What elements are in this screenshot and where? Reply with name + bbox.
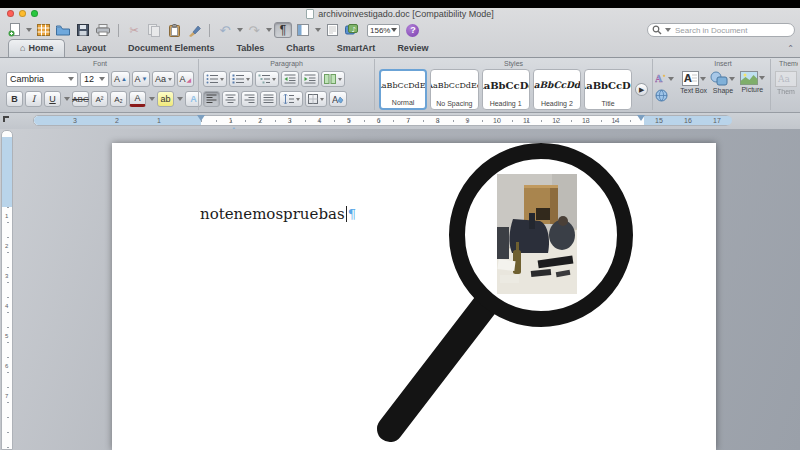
tab-layout[interactable]: Layout [65, 40, 117, 57]
search-box[interactable] [647, 23, 795, 37]
numbered-list-button[interactable] [229, 71, 253, 87]
zoom-dropdown[interactable] [391, 28, 397, 32]
undo-button[interactable]: ↶ [216, 22, 234, 38]
underline-button[interactable]: U [44, 91, 61, 107]
underline-dropdown[interactable] [64, 97, 70, 101]
grow-font-button[interactable]: A▲ [111, 71, 130, 87]
page-icon [327, 24, 338, 36]
tab-stop-selector[interactable] [2, 115, 12, 125]
window-controls [7, 10, 38, 17]
ribbon-collapse-chevron[interactable]: ⌃ [787, 44, 794, 53]
first-line-indent-marker[interactable] [197, 115, 205, 121]
media-browser-button[interactable]: ♪ [343, 22, 361, 38]
page-layout-button[interactable] [323, 22, 341, 38]
styles-more-button[interactable]: ▶ [635, 83, 648, 96]
copy-icon [148, 24, 160, 37]
right-indent-marker[interactable] [637, 115, 645, 121]
tab-smartart[interactable]: SmartArt [326, 40, 387, 57]
style-normal[interactable]: AaBbCcDdEe Normal [379, 69, 427, 110]
strikethrough-button[interactable]: ABC [72, 91, 89, 107]
align-right-button[interactable] [241, 91, 258, 107]
insert-item-label: Picture [741, 86, 763, 93]
ruler-number: 14 [611, 117, 619, 124]
style-heading-2[interactable]: AaBbCcDdE Heading 2 [533, 69, 581, 110]
line-spacing-icon [282, 94, 294, 104]
clear-formatting-button[interactable]: A◢ [177, 71, 194, 87]
multilevel-list-button[interactable] [255, 71, 279, 87]
minimize-window-button[interactable] [19, 10, 26, 17]
search-input[interactable] [673, 25, 790, 36]
tab-label: Document Elements [128, 43, 215, 53]
shading-button[interactable]: A [329, 91, 347, 107]
copy-button[interactable] [145, 22, 163, 38]
bullet-list-button[interactable] [203, 71, 227, 87]
font-color-dropdown[interactable] [149, 97, 155, 101]
new-document-dropdown[interactable] [26, 28, 32, 32]
tab-document-elements[interactable]: Document Elements [117, 40, 226, 57]
styles-more-icon: ▶ [639, 86, 644, 94]
open-button[interactable] [54, 22, 72, 38]
insert-text-box-button[interactable]: A Text Box [680, 71, 707, 94]
print-button[interactable] [94, 22, 112, 38]
redo-dropdown[interactable] [266, 28, 272, 32]
close-window-button[interactable] [7, 10, 14, 17]
styles-globe-icon [655, 89, 668, 102]
highlight-dropdown[interactable] [177, 97, 183, 101]
ruler-number: 6 [377, 117, 381, 124]
format-painter-button[interactable] [185, 22, 203, 38]
sidebar-view-button[interactable] [294, 22, 312, 38]
font-family-select[interactable]: Cambria [6, 72, 78, 87]
align-left-button[interactable] [203, 91, 220, 107]
styles-tools: A [652, 59, 676, 110]
decrease-indent-button[interactable] [281, 71, 299, 87]
help-button[interactable]: ? [406, 24, 419, 37]
bold-button[interactable]: B [6, 91, 23, 107]
magnifier-clipart[interactable] [0, 129, 800, 450]
superscript-button[interactable]: A² [91, 91, 108, 107]
tab-tables[interactable]: Tables [226, 40, 276, 57]
cut-button[interactable]: ✂ [125, 22, 143, 38]
highlight-button[interactable]: ab [157, 91, 174, 107]
font-size-select[interactable]: 12 [80, 72, 109, 87]
show-paragraph-marks-button[interactable]: ¶ [274, 22, 292, 38]
save-button[interactable] [74, 22, 92, 38]
tab-home[interactable]: ⌂Home [8, 39, 65, 57]
subscript-button[interactable]: A₂ [110, 91, 127, 107]
wordart-button[interactable]: A [655, 73, 674, 85]
numbered-list-icon [232, 74, 244, 84]
tab-review[interactable]: Review [386, 40, 439, 57]
font-color-button[interactable]: A [129, 91, 146, 107]
horizontal-ruler[interactable]: 3211234567891011121314151617 [33, 115, 731, 126]
zoom-control[interactable]: 156% [367, 24, 400, 37]
sidebar-view-dropdown[interactable] [315, 28, 321, 32]
redo-button[interactable]: ↷ [245, 22, 263, 38]
insert-shape-button[interactable]: Shape [709, 71, 736, 94]
shrink-font-button[interactable]: A▼ [132, 71, 151, 87]
paste-button[interactable] [165, 22, 183, 38]
search-scope-dropdown[interactable] [665, 28, 671, 32]
insert-picture-button[interactable]: Picture [739, 71, 766, 93]
borders-button[interactable] [305, 91, 327, 107]
style-no-spacing[interactable]: AaBbCcDdEe No Spacing [430, 69, 478, 110]
style-heading-1[interactable]: AaBbCcDd Heading 1 [482, 69, 530, 110]
home-icon: ⌂ [20, 43, 25, 53]
change-case-button[interactable]: Aa [152, 71, 174, 87]
undo-icon: ↶ [220, 24, 231, 37]
justify-button[interactable] [260, 91, 277, 107]
themes-button[interactable]: Aa Them [775, 71, 797, 95]
columns-button[interactable] [321, 71, 345, 87]
tab-charts[interactable]: Charts [275, 40, 326, 57]
zoom-window-button[interactable] [31, 10, 38, 17]
new-document-button[interactable] [5, 22, 23, 38]
align-center-button[interactable] [222, 91, 239, 107]
increase-indent-button[interactable] [301, 71, 319, 87]
manage-styles-button[interactable] [655, 88, 674, 106]
quick-toolbar: ✂ ↶ ↷ ¶ ♪ 156% ? [0, 20, 800, 40]
undo-dropdown[interactable] [237, 28, 243, 32]
format-painter-brush-icon [188, 24, 201, 37]
italic-button[interactable]: I [25, 91, 42, 107]
elements-gallery-button[interactable] [34, 22, 52, 38]
line-spacing-button[interactable] [279, 91, 303, 107]
style-title[interactable]: AaBbCcDd Title [584, 69, 632, 110]
style-name: No Spacing [431, 100, 477, 109]
